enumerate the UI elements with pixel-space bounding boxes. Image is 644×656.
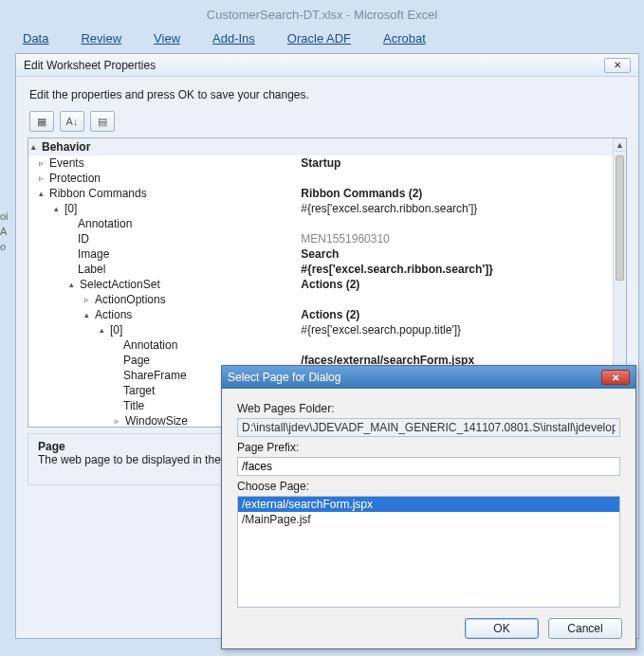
close-icon[interactable]: ✕ xyxy=(604,58,631,73)
prop-annotation[interactable]: Annotation xyxy=(28,216,613,231)
prop-ribbon-0[interactable]: ▴[0]#{res['excel.search.ribbon.search']} xyxy=(28,201,613,216)
scroll-up-icon[interactable]: ▲ xyxy=(614,138,626,152)
expand-icon[interactable]: ▹ xyxy=(82,295,91,304)
prop-value: MEN1551960310 xyxy=(297,232,613,246)
menu-addins[interactable]: Add-Ins xyxy=(212,31,255,46)
prop-label: [0] xyxy=(106,323,122,337)
prop-label: Events xyxy=(46,156,84,170)
prop-value: Actions (2) xyxy=(301,278,359,291)
collapse-icon[interactable]: ▴ xyxy=(66,280,76,289)
prop-label: Protection xyxy=(46,172,101,185)
web-pages-folder-field xyxy=(237,418,620,437)
prop-label: WindowSize xyxy=(121,414,188,427)
categorize-icon[interactable]: ▦ xyxy=(29,111,54,132)
prop-value: Search xyxy=(301,247,339,261)
cancel-button[interactable]: Cancel xyxy=(548,618,622,639)
list-item[interactable]: /external/searchForm.jspx xyxy=(238,497,619,512)
dialog-titlebar: Edit Worksheet Properties ✕ xyxy=(16,54,638,77)
menu-oracle-adf[interactable]: Oracle ADF xyxy=(287,31,351,46)
choose-page-listbox[interactable]: /external/searchForm.jspx /MainPage.jsf xyxy=(237,496,620,608)
prop-events[interactable]: ▹EventsStartup xyxy=(28,155,613,171)
prop-label: Title xyxy=(28,399,144,412)
label-page-prefix: Page Prefix: xyxy=(237,441,620,454)
property-toolbar: ▦ A↓ ▤ xyxy=(16,111,638,137)
select-page-dialog: Select Page for Dialog ✕ Web Pages Folde… xyxy=(221,365,636,649)
prop-label: Target xyxy=(28,384,155,397)
left-fragment: oiAo xyxy=(0,209,12,254)
collapse-icon[interactable]: ▴ xyxy=(82,310,91,319)
prop-action-annotation[interactable]: Annotation xyxy=(28,337,613,353)
prop-value: Ribbon Commands (2) xyxy=(301,187,422,200)
prop-label: SelectActionSet xyxy=(76,278,160,291)
collapse-icon[interactable]: ▴ xyxy=(51,204,61,213)
prop-label: Label xyxy=(28,263,105,276)
collapse-icon[interactable]: ▴ xyxy=(28,142,38,152)
prop-value: #{res['excel.search.popup.title']} xyxy=(297,323,613,337)
collapse-icon[interactable]: ▴ xyxy=(97,325,106,335)
prop-protection[interactable]: ▹Protection xyxy=(28,171,613,186)
dialog-titlebar: Select Page for Dialog ✕ xyxy=(222,366,635,389)
prop-label: [0] xyxy=(61,202,77,215)
label-choose-page: Choose Page: xyxy=(237,480,620,493)
menu-acrobat[interactable]: Acrobat xyxy=(383,31,426,46)
menu-data[interactable]: Data xyxy=(23,31,48,46)
prop-label: Image xyxy=(28,247,109,261)
prop-actions[interactable]: ▴ActionsActions (2) xyxy=(28,307,613,322)
prop-label: Page xyxy=(28,354,150,367)
ok-button[interactable]: OK xyxy=(465,618,539,639)
prop-id[interactable]: IDMEN1551960310 xyxy=(28,231,613,246)
close-icon[interactable]: ✕ xyxy=(601,370,630,385)
prop-label: ID xyxy=(28,232,89,246)
prop-label: ShareFrame xyxy=(28,369,187,382)
expand-icon[interactable]: ▹ xyxy=(36,158,46,168)
prop-value: Startup xyxy=(301,156,340,170)
sort-az-icon[interactable]: A↓ xyxy=(60,111,84,132)
prop-action-options[interactable]: ▹ActionOptions xyxy=(28,292,613,307)
dialog-intro: Edit the properties and press OK to save… xyxy=(16,77,638,111)
expand-icon[interactable]: ▹ xyxy=(112,416,121,426)
prop-value: Actions (2) xyxy=(301,308,359,321)
page-icon[interactable]: ▤ xyxy=(90,111,115,132)
dialog-title: Select Page for Dialog xyxy=(228,371,340,384)
prop-value: #{res['excel.search.ribbon.search']} xyxy=(297,202,613,215)
label-web-pages-folder: Web Pages Folder: xyxy=(237,402,620,415)
page-prefix-field[interactable] xyxy=(237,457,620,476)
prop-label: Annotation xyxy=(28,338,177,352)
menu-review[interactable]: Review xyxy=(81,31,121,46)
category-label: Behavior xyxy=(38,140,90,154)
menu-view[interactable]: View xyxy=(154,31,180,46)
prop-ribbon-commands[interactable]: ▴Ribbon CommandsRibbon Commands (2) xyxy=(28,186,613,201)
prop-label: Ribbon Commands xyxy=(46,187,147,200)
category-behavior[interactable]: ▴Behavior xyxy=(28,138,613,155)
prop-label: ActionOptions xyxy=(91,293,166,306)
prop-label[interactable]: Label#{res['excel.search.ribbon.search']… xyxy=(28,262,613,277)
app-title: CustomerSearch-DT.xlsx - Microsoft Excel xyxy=(0,0,644,27)
prop-image[interactable]: ImageSearch xyxy=(28,246,613,262)
expand-icon[interactable]: ▹ xyxy=(36,173,46,183)
collapse-icon[interactable]: ▴ xyxy=(36,189,46,198)
prop-label: Annotation xyxy=(28,217,132,230)
prop-action-0[interactable]: ▴[0]#{res['excel.search.popup.title']} xyxy=(28,322,613,337)
prop-label: Actions xyxy=(91,308,132,321)
menu-bar: Data Review View Add-Ins Oracle ADF Acro… xyxy=(0,27,644,51)
list-item[interactable]: /MainPage.jsf xyxy=(238,512,619,527)
dialog-title: Edit Worksheet Properties xyxy=(24,59,156,72)
prop-select-action-set[interactable]: ▴SelectActionSetActions (2) xyxy=(28,277,613,292)
prop-value: #{res['excel.search.ribbon.search']} xyxy=(301,263,492,276)
